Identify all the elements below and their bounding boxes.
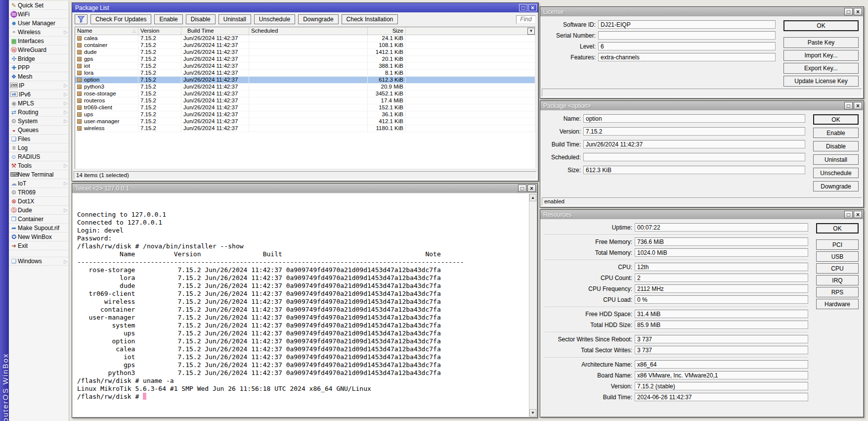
sidebar-item[interactable]: ❖ Mesh	[9, 72, 69, 81]
field-value[interactable]: 3 737	[635, 335, 808, 343]
column-header-scheduled[interactable]: Scheduled	[249, 27, 368, 35]
package-row[interactable]: routeros 7.15.2 Jun/26/2024 11:42:37 17.…	[75, 97, 535, 104]
dialog-button[interactable]: PCI	[816, 239, 859, 250]
sidebar-item[interactable]: ➦ Make Supout.rif	[9, 224, 69, 233]
dialog-button[interactable]: CPU	[816, 263, 859, 274]
license-titlebar[interactable]: License □ ×	[540, 7, 864, 16]
sidebar-item[interactable]: ♒ WiFi	[9, 10, 69, 19]
field-value[interactable]: DJ21-EIQP	[598, 20, 776, 29]
field-value[interactable]: 1024.0 MiB	[635, 248, 808, 257]
field-value[interactable]: 3 737	[635, 346, 808, 354]
package-row[interactable]: container 7.15.2 Jun/26/2024 11:42:37 10…	[75, 42, 535, 49]
package-row[interactable]: option 7.15.2 Jun/26/2024 11:42:37 612.3…	[75, 77, 535, 84]
telnet-titlebar[interactable]: Telnet <2> 127.0.0.1 □ ×	[72, 184, 537, 193]
toolbar-button[interactable]: Disable	[186, 14, 216, 24]
maximize-icon[interactable]: □	[518, 185, 526, 192]
terminal-area[interactable]: Connecting to 127.0.0.1 Connected to 127…	[73, 194, 536, 417]
field-value[interactable]: x86_64	[635, 360, 808, 369]
sidebar-item[interactable]: ➜ Exit	[9, 241, 69, 250]
maximize-icon[interactable]: □	[844, 211, 853, 218]
field-value[interactable]: extra-channels	[598, 53, 776, 61]
field-value[interactable]: 0 %	[635, 295, 808, 304]
toolbar-button[interactable]: Unschedule	[254, 14, 295, 24]
field-value[interactable]: x86 VMware, Inc. VMware20,1	[635, 371, 808, 379]
sidebar-item[interactable]: ❏ Windows ▷	[9, 257, 69, 266]
scrollbar-track[interactable]	[529, 201, 536, 409]
scroll-down-icon[interactable]: ▼	[529, 409, 536, 417]
resources-titlebar[interactable]: Resources □ ×	[540, 210, 864, 219]
maximize-icon[interactable]: □	[519, 4, 527, 11]
close-icon[interactable]: ×	[854, 211, 862, 218]
field-value[interactable]: option	[583, 114, 805, 123]
sidebar-item[interactable]: ❒ Container	[9, 215, 69, 224]
sidebar-item[interactable]: v6 IPv6 ▷	[9, 90, 69, 99]
field-value[interactable]: 736.6 MiB	[635, 237, 808, 246]
dialog-button[interactable]: Uninstall	[813, 154, 859, 165]
sidebar-item[interactable]: ▦ Interfaces	[9, 37, 69, 46]
column-header-size[interactable]: Size	[368, 27, 406, 35]
field-value[interactable]: 612.3 KiB	[583, 166, 805, 174]
close-icon[interactable]: ×	[528, 4, 537, 11]
package-option-titlebar[interactable]: Package <option> □ ×	[540, 101, 864, 110]
field-value[interactable]	[583, 153, 805, 161]
sidebar-item[interactable]: Ⓦ WireGuard	[9, 46, 69, 54]
toolbar-button[interactable]: Uninstall	[218, 14, 251, 24]
package-row[interactable]: gps 7.15.2 Jun/26/2024 11:42:37 20.1 KiB	[75, 56, 535, 63]
maximize-icon[interactable]: □	[844, 8, 853, 15]
toolbar-button[interactable]: Downgrade	[298, 14, 338, 24]
dialog-button[interactable]: OK	[813, 114, 859, 125]
field-value[interactable]: 12th	[635, 263, 808, 271]
sidebar-item[interactable]: ☺ RADIUS	[9, 152, 69, 161]
package-list-titlebar[interactable]: Package List □ ×	[72, 3, 538, 12]
sidebar-item[interactable]: ⚙ System ▷	[9, 117, 69, 126]
package-row[interactable]: lora 7.15.2 Jun/26/2024 11:42:37 8.1 KiB	[75, 70, 535, 77]
dialog-button[interactable]: RPS	[816, 287, 859, 297]
sidebar-item[interactable]: ≡ Log	[9, 143, 69, 152]
sidebar-item[interactable]: Ⓓ Dude ▷	[9, 206, 69, 215]
filter-button[interactable]	[75, 14, 87, 24]
column-header-name[interactable]: Name △	[75, 27, 138, 35]
sidebar-item[interactable]: ❏ Files	[9, 135, 69, 143]
package-row[interactable]: user-manager 7.15.2 Jun/26/2024 11:42:37…	[75, 118, 535, 125]
sidebar-item[interactable]: ⚙ TR069	[9, 188, 69, 197]
field-value[interactable]: 2	[635, 274, 808, 282]
field-value[interactable]: 7.15.2	[583, 127, 805, 136]
package-row[interactable]: dude 7.15.2 Jun/26/2024 11:42:37 1412.1 …	[75, 49, 535, 56]
package-row[interactable]: tr069-client 7.15.2 Jun/26/2024 11:42:37…	[75, 104, 535, 111]
sidebar-item[interactable]: ⚒ Tools ▷	[9, 161, 69, 170]
field-value[interactable]: 7.15.2 (stable)	[635, 382, 808, 390]
dialog-button[interactable]: Export Key...	[783, 63, 859, 74]
column-header-version[interactable]: Version	[138, 27, 181, 35]
dialog-button[interactable]: Paste Key	[783, 37, 859, 48]
dialog-button[interactable]: Disable	[813, 141, 859, 151]
dialog-button[interactable]: Import Key...	[783, 50, 859, 61]
package-row[interactable]: python3 7.15.2 Jun/26/2024 11:42:37 20.9…	[75, 84, 535, 91]
close-icon[interactable]: ×	[854, 8, 862, 15]
column-menu-button[interactable]: ▼	[527, 28, 535, 35]
sidebar-item[interactable]: ✪ New WinBox	[9, 233, 69, 241]
field-value[interactable]: 6	[598, 42, 776, 50]
sidebar-item[interactable]: 255 IP ▷	[9, 81, 69, 90]
sidebar-item[interactable]: ☁ IoT ▷	[9, 179, 69, 188]
terminal-scrollbar[interactable]: ▲ ▼	[529, 194, 536, 417]
sidebar-item[interactable]: ✎ Quick Set	[9, 1, 69, 10]
package-row[interactable]: iot 7.15.2 Jun/26/2024 11:42:37 388.1 Ki…	[75, 63, 535, 70]
field-value[interactable]: 2024-06-26 11:42:37	[635, 393, 808, 401]
field-value[interactable]: 31.4 MiB	[635, 310, 808, 318]
toolbar-button[interactable]: Enable	[154, 14, 182, 24]
package-row[interactable]: calea 7.15.2 Jun/26/2024 11:42:37 24.1 K…	[75, 35, 535, 42]
package-row[interactable]: ups 7.15.2 Jun/26/2024 11:42:37 36.1 KiB	[75, 111, 535, 118]
sidebar-item[interactable]: ◒ Queues	[9, 126, 69, 135]
field-value[interactable]: 00:07:22	[635, 223, 808, 232]
dialog-button[interactable]: Update License Key	[783, 76, 859, 87]
sidebar-item[interactable]: ◓ Wireless ▷	[9, 28, 69, 37]
dialog-button[interactable]: OK	[783, 20, 859, 31]
find-input[interactable]	[516, 15, 536, 24]
maximize-icon[interactable]: □	[844, 102, 853, 109]
dialog-button[interactable]: OK	[816, 223, 859, 234]
field-value[interactable]	[598, 31, 776, 40]
package-row[interactable]: wireless 7.15.2 Jun/26/2024 11:42:37 118…	[75, 125, 535, 132]
sidebar-item[interactable]: ◉ MPLS ▷	[9, 99, 69, 108]
field-value[interactable]: 2112 MHz	[635, 284, 808, 293]
close-icon[interactable]: ×	[527, 185, 536, 192]
